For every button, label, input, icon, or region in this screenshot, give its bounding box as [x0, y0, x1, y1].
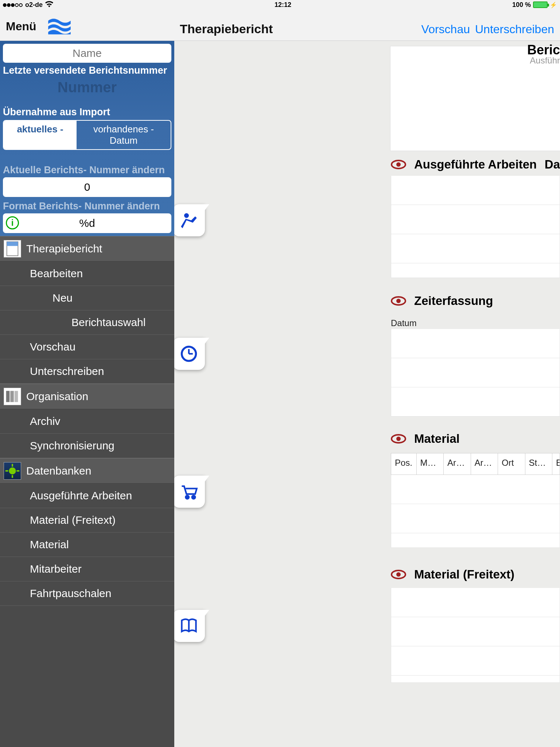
material-table-header: Pos. Menge Artikelnu… Artikelbe… Ort Ste… [391, 453, 560, 475]
section-material: Material [391, 432, 460, 446]
gear-icon [4, 462, 21, 480]
sign-button[interactable]: Unterschreiben [475, 23, 554, 36]
svg-point-23 [396, 572, 401, 577]
item-bearbeiten[interactable]: Bearbeiten [0, 262, 174, 286]
doc-icon [4, 240, 21, 258]
section-organisation[interactable]: Organisation [0, 384, 174, 409]
section-ausgefuehrte-arbeiten: Ausgeführte Arbeiten [391, 158, 537, 171]
svg-rect-1 [7, 242, 18, 246]
item-mitarbeiter[interactable]: Mitarbeiter [0, 557, 174, 581]
item-unterschreiben[interactable]: Unterschreiben [0, 359, 174, 384]
seg-vorhandenes[interactable]: vorhandenes - Datum [77, 121, 171, 149]
page-title: Therapiebericht [180, 22, 273, 36]
svg-rect-4 [15, 391, 18, 402]
preview-button[interactable]: Vorschau [421, 23, 470, 36]
name-input[interactable] [3, 44, 171, 63]
cart-badge[interactable] [174, 476, 205, 508]
eye-icon[interactable] [391, 569, 406, 580]
svg-rect-3 [10, 391, 14, 402]
item-ausgefuehrte[interactable]: Ausgeführte Arbeiten [0, 484, 174, 508]
last-sent-label: Letzte versendete Berichtsnummer [3, 65, 171, 76]
worker-badge[interactable] [174, 204, 205, 236]
col-einze: Einze [552, 453, 560, 475]
zeiterfassung-rows[interactable] [391, 329, 560, 417]
svg-point-20 [186, 496, 189, 499]
current-number-input[interactable]: 0 [3, 177, 171, 197]
format-input[interactable]: i %d [3, 213, 171, 233]
eye-icon[interactable] [391, 296, 406, 306]
col-steuers: Steuers… [525, 453, 552, 475]
battery-icon [533, 1, 548, 8]
section-zeiterfassung: Zeiterfassung [391, 294, 493, 308]
svg-point-19 [396, 437, 401, 441]
item-archiv[interactable]: Archiv [0, 409, 174, 434]
clock-badge[interactable] [174, 338, 205, 370]
battery-pct-label: 100 % [512, 1, 531, 9]
info-icon[interactable]: i [6, 216, 19, 229]
item-material[interactable]: Material [0, 533, 174, 557]
eye-icon[interactable] [391, 159, 406, 170]
material-freitext-rows[interactable] [391, 588, 560, 683]
nav-bar: Menü Therapiebericht Vorschau Unterschre… [0, 9, 560, 41]
item-vorschau[interactable]: Vorschau [0, 335, 174, 359]
item-mat-freitext[interactable]: Material (Freitext) [0, 508, 174, 533]
datum-label: Datum [391, 318, 417, 328]
fmt-label: Format Berichts- Nummer ändern [3, 201, 171, 212]
col-artikelnu: Artikelnu… [444, 453, 471, 475]
svg-point-12 [184, 213, 189, 218]
svg-point-14 [396, 299, 401, 303]
wifi-icon [45, 1, 54, 9]
section-datenbanken[interactable]: Datenbanken [0, 458, 174, 484]
content-area: Rechnungsadresse Beric Ausführ Ausgeführ… [174, 41, 560, 747]
import-label: Übernahme aus Import [3, 107, 171, 118]
item-fahrt[interactable]: Fahrtpauschalen [0, 581, 174, 606]
menu-button[interactable]: Menü [6, 20, 36, 33]
svg-point-11 [396, 162, 401, 167]
svg-rect-2 [6, 391, 10, 402]
item-berichtauswahl[interactable]: Berichtauswahl [0, 310, 174, 335]
book-badge[interactable] [174, 610, 205, 642]
svg-point-5 [9, 467, 16, 474]
import-segmented[interactable]: aktuelles - vorhandenes - Datum [3, 120, 171, 150]
material-rows[interactable] [391, 475, 560, 548]
signal-dots-icon [3, 1, 23, 9]
svg-point-21 [192, 496, 195, 499]
da-heading: Da [545, 158, 560, 171]
col-pos: Pos. [391, 453, 417, 475]
sidebar: Letzte versendete Berichtsnummer Nummer … [0, 41, 174, 747]
section-material-freitext: Material (Freitext) [391, 568, 514, 581]
col-ort: Ort [498, 453, 525, 475]
item-neu[interactable]: Neu [0, 286, 174, 310]
cur-num-label: Aktuelle Berichts- Nummer ändern [3, 165, 171, 176]
nummer-placeholder: Nummer [3, 78, 171, 99]
seg-aktuelles[interactable]: aktuelles - [4, 121, 77, 149]
item-sync[interactable]: Synchronisierung [0, 434, 174, 458]
wave-icon [47, 16, 71, 36]
section-therapiebericht[interactable]: Therapiebericht [0, 236, 174, 262]
eye-icon[interactable] [391, 434, 406, 444]
col-menge: Menge [417, 453, 444, 475]
status-bar: o2-de 12:12 100 % ⚡ [0, 0, 560, 9]
ausgefuehrte-rows[interactable] [391, 176, 560, 278]
clock-label: 12:12 [275, 1, 291, 9]
ausfuehr-label: Ausführ [530, 55, 560, 66]
col-artikelbe: Artikelbe… [471, 453, 498, 475]
charging-icon: ⚡ [550, 1, 557, 8]
books-icon [4, 388, 21, 405]
carrier-label: o2-de [25, 1, 43, 9]
